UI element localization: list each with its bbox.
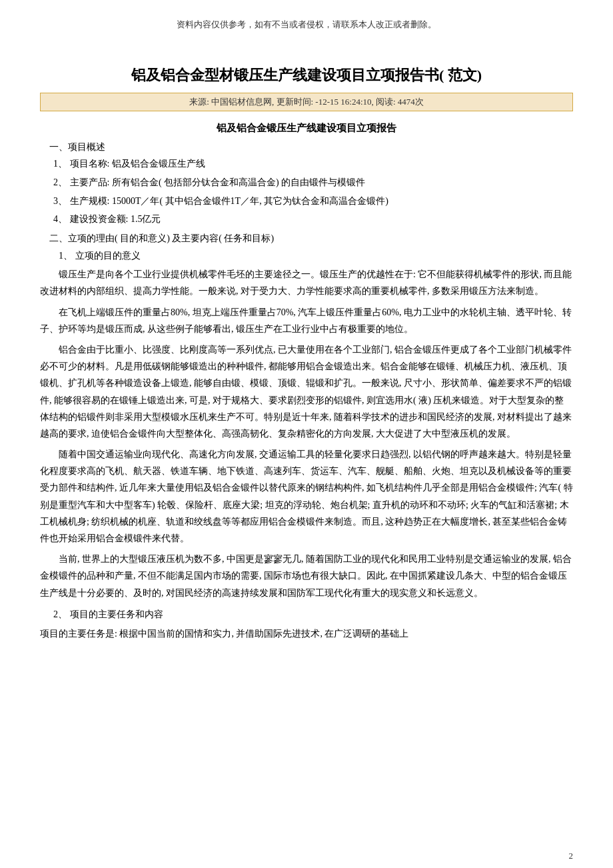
- item-4: 4、 建设投资金额: 1.5亿元: [53, 211, 573, 227]
- paragraph-3: 铝合金由于比重小、比强度、比刚度高等一系列优点, 已大量使用在各个工业部门, 铝…: [40, 341, 573, 442]
- notice-text: 资料内容仅供参考，如有不当或者侵权，请联系本人改正或者删除。: [177, 19, 436, 29]
- subsection2-paragraph: 项目的主要任务是: 根据中国当前的国情和实力, 并借助国际先进技术, 在广泛调研…: [40, 625, 573, 642]
- section1-heading: 一、项目概述: [40, 141, 573, 153]
- page-number: 2: [569, 851, 574, 861]
- page-container: 资料内容仅供参考，如有不当或者侵权，请联系本人改正或者删除。 铝及铝合金型材锻压…: [0, 0, 613, 868]
- subsection1-heading: 1、 立项的目的意义: [40, 250, 573, 262]
- paragraph-5: 当前, 世界上的大型锻压液压机为数不多, 中国更是寥寥无几, 随着国防工业的现代…: [40, 551, 573, 601]
- item-3: 3、 生产规模: 15000T／年( 其中铝合金锻件1T／年, 其它为钛合金和高…: [53, 193, 573, 209]
- item-1: 1、 项目名称: 铝及铝合金锻压生产线: [53, 156, 573, 172]
- report-title: 铝及铝合金锻压生产线建设项目立项报告: [40, 122, 573, 135]
- top-notice: 资料内容仅供参考，如有不当或者侵权，请联系本人改正或者删除。: [40, 13, 573, 44]
- section2-heading: 二、立项的理由( 目的和意义) 及主要内容( 任务和目标): [40, 233, 573, 245]
- subsection2-heading: 2、 项目的主要任务和内容: [53, 607, 573, 623]
- paragraph-4: 随着中国交通运输业向现代化、高速化方向发展, 交通运输工具的轻量化要求日趋强烈,…: [40, 446, 573, 547]
- item-2: 2、 主要产品: 所有铝合金( 包括部分钛合金和高温合金) 的自由锻件与模锻件: [53, 175, 573, 191]
- main-title: 铝及铝合金型材锻压生产线建设项目立项报告书( 范文): [40, 64, 573, 86]
- paragraph-1: 锻压生产是向各个工业行业提供机械零件毛坯的主要途径之一。锻压生产的优越性在于: …: [40, 266, 573, 299]
- source-bar: 来源: 中国铝材信息网, 更新时间: -12-15 16:24:10, 阅读: …: [40, 93, 573, 111]
- paragraph-2: 在飞机上端锻压件的重量占80%, 坦克上端压件重量占70%, 汽车上锻压件重量占…: [40, 304, 573, 337]
